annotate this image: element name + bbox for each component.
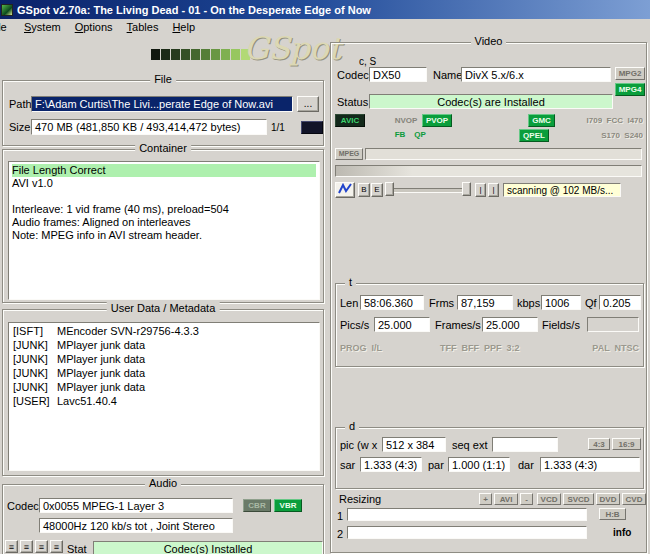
container-group: Container File Length Correct AVI v1.0 I…	[2, 149, 324, 303]
resize-row1-field	[347, 508, 587, 521]
metadata-value: Lavc51.40.4	[57, 395, 117, 408]
pics-label: Pics/s	[340, 319, 369, 331]
seek-bar	[335, 165, 642, 177]
stream-select-button[interactable]	[301, 121, 323, 134]
begin-button[interactable]: B	[358, 183, 370, 197]
video-codec-label: Codec	[337, 69, 369, 81]
metadata-tag: [JUNK]	[13, 353, 48, 366]
menu-help[interactable]: Help	[165, 19, 202, 36]
list-icon: ≡	[9, 542, 14, 552]
video-group: Video c, S Codec DX50 Name DivX 5.x/6.x …	[330, 42, 647, 553]
audio-group-title: Audio	[145, 477, 181, 489]
scan-slider-track	[387, 188, 471, 193]
resize-dvd-button[interactable]: DVD	[596, 493, 620, 505]
window-title: GSpot v2.70a: The Living Dead - 01 - On …	[17, 4, 371, 16]
menu-file[interactable]: File	[0, 19, 17, 36]
metadata-panel[interactable]: [ISFT]MEncoder SVN-r29756-4.3.3 [JUNK]MP…	[8, 322, 320, 471]
video-codec-field[interactable]: DX50	[369, 67, 427, 82]
size-label: Size	[9, 121, 30, 133]
dar-label: dar	[518, 459, 534, 471]
resize-plus-button[interactable]: +	[479, 493, 492, 505]
end-button[interactable]: E	[371, 183, 383, 197]
dar-field[interactable]: 1.333 (4:3)	[540, 457, 640, 472]
menu-system[interactable]: System	[17, 19, 68, 36]
metadata-row: [JUNK]MPlayer junk data	[12, 381, 316, 395]
audio-toolbar-button-2[interactable]: ≡	[20, 540, 33, 553]
mpg2-indicator: MPG2	[615, 67, 645, 80]
container-line: AVI v1.0	[12, 177, 316, 190]
qpel-indicator: QPEL	[519, 129, 549, 142]
analyze-button[interactable]	[335, 182, 355, 198]
path-field[interactable]: F:\Adam Curtis\The Livi...perate Edge of…	[31, 96, 293, 112]
menu-options[interactable]: Options	[68, 19, 120, 36]
marker-button-1[interactable]: |	[475, 183, 486, 197]
frms-field[interactable]: 87,159	[457, 295, 513, 310]
video-group-title: Video	[471, 35, 507, 47]
audio-toolbar-button-3[interactable]: ≡	[35, 540, 48, 553]
dimensions-group-title: d	[345, 420, 359, 432]
seqext-field[interactable]	[492, 437, 558, 452]
qp-indicator: QP	[411, 129, 429, 142]
colorspace-lamps-row1: I709 FCC I470	[587, 116, 643, 125]
cbr-indicator: CBR	[243, 499, 271, 512]
resize-minus-button[interactable]: -	[520, 493, 533, 505]
avic-indicator: AVIC	[335, 114, 365, 127]
metadata-value: MPlayer junk data	[57, 339, 145, 352]
browse-button[interactable]: ...	[297, 96, 319, 112]
metadata-tag: [ISFT]	[13, 325, 43, 338]
title-bar: GSpot v2.70a: The Living Dead - 01 - On …	[0, 0, 650, 19]
analyze-icon	[338, 183, 352, 195]
logo-blocks	[151, 49, 251, 60]
metadata-group: User Data / Metadata [ISFT]MEncoder SVN-…	[2, 309, 324, 476]
page-indicator: 1/1	[271, 122, 285, 133]
file-group-title: File	[150, 73, 176, 85]
timing-group-title: t	[345, 276, 356, 288]
slider-handle-left[interactable]	[385, 182, 394, 196]
mpeg-chip: MPEG	[335, 148, 363, 160]
audio-codec-field[interactable]: 0x0055 MPEG-1 Layer 3	[39, 498, 233, 513]
list-icon: ≡	[39, 542, 44, 552]
drf-bar	[365, 148, 642, 160]
qf-field[interactable]: 0.205	[599, 295, 641, 310]
audio-info-field[interactable]: 48000Hz 120 kb/s tot , Joint Stereo	[39, 518, 233, 533]
nvop-indicator: NVOP	[391, 114, 421, 127]
info-link[interactable]: info	[613, 527, 631, 538]
video-name-field[interactable]: DivX 5.x/6.x	[461, 67, 611, 82]
slider-handle-right[interactable]	[462, 182, 471, 196]
metadata-tag: [JUNK]	[13, 367, 48, 380]
resize-row2-label: 2	[337, 528, 343, 540]
frames-field[interactable]: 25.000	[482, 317, 538, 332]
resize-avi-button[interactable]: AVI	[494, 493, 518, 505]
menu-tables[interactable]: Tables	[120, 19, 166, 36]
container-info-panel[interactable]: File Length Correct AVI v1.0 Interleave:…	[8, 161, 320, 300]
container-status-line: File Length Correct	[12, 164, 316, 177]
gspot-window: GSpot v2.70a: The Living Dead - 01 - On …	[0, 0, 650, 554]
len-label: Len	[340, 297, 358, 309]
audio-toolbar-button-1[interactable]: ≡	[5, 540, 18, 553]
resize-cvd-button[interactable]: CVD	[622, 493, 646, 505]
audio-stat-label: Stat	[67, 543, 87, 554]
gspot-logo: GSpot	[244, 30, 341, 66]
path-label: Path	[9, 98, 32, 110]
metadata-value: MEncoder SVN-r29756-4.3.3	[57, 325, 199, 338]
gmc-indicator: GMC	[528, 114, 555, 127]
resize-vcd-button[interactable]: VCD	[537, 493, 561, 505]
frames-label: Frames/s	[435, 319, 481, 331]
container-line: Note: MPEG info in AVI stream header.	[12, 229, 316, 242]
resize-svcd-button[interactable]: SVCD	[563, 493, 594, 505]
par-field[interactable]: 1.000 (1:1)	[448, 457, 510, 472]
pics-field[interactable]: 25.000	[374, 317, 430, 332]
sar-field[interactable]: 1.333 (4:3)	[360, 457, 422, 472]
kbps-field[interactable]: 1006	[541, 295, 581, 310]
aspect-169-indicator: 16:9	[612, 438, 641, 450]
fb-indicator: FB	[391, 129, 409, 142]
kbps-label: kbps	[517, 297, 540, 309]
size-field[interactable]: 470 MB (481,850 KB / 493,414,472 bytes)	[31, 119, 267, 135]
pic-field[interactable]: 512 x 384	[382, 437, 446, 452]
pic-label: pic (w x	[340, 439, 377, 451]
metadata-tag: [JUNK]	[13, 339, 48, 352]
marker-button-2[interactable]: |	[488, 183, 499, 197]
len-field[interactable]: 58:06.360	[360, 295, 424, 310]
fields-field[interactable]	[587, 317, 639, 332]
audio-toolbar-button-4[interactable]: ≡	[50, 540, 63, 553]
